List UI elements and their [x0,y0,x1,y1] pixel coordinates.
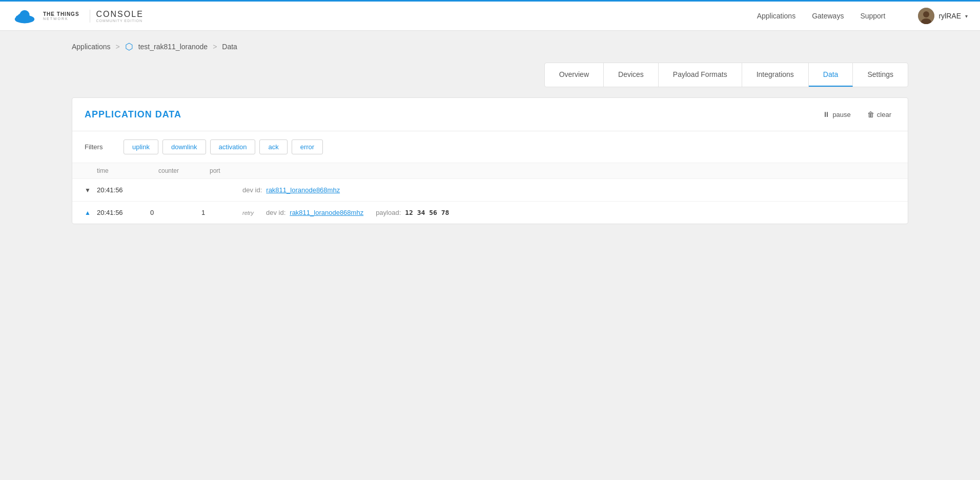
filter-downlink[interactable]: downlink [162,139,206,154]
clear-label: clear [877,111,891,118]
pause-icon: ⏸ [823,110,830,118]
breadcrumb-sep-2: > [213,43,217,51]
breadcrumb-applications[interactable]: Applications [72,43,111,51]
table-header: time counter port [72,163,908,178]
filters-row: Filters uplink downlink activation ack e… [72,131,908,163]
nav-support[interactable]: Support [860,12,885,20]
card-title: APPLICATION DATA [85,109,181,120]
col-header-counter: counter [158,167,210,174]
tab-bar: Overview Devices Payload Formats Integra… [0,63,980,87]
breadcrumb-current: Data [222,43,237,51]
tab-integrations[interactable]: Integrations [742,63,809,87]
nav-gateways[interactable]: Gateways [812,12,844,20]
table-row[interactable]: ▼ 20:41:56 dev id: rak811_loranode868mhz [72,178,908,201]
card-actions: ⏸ pause 🗑 clear [819,108,895,121]
chevron-down-icon: ▾ [965,13,968,19]
filter-tags: uplink downlink activation ack error [124,139,323,154]
tab-bar-inner: Overview Devices Payload Formats Integra… [544,63,908,87]
svg-point-4 [15,15,22,22]
username-label: rylRAE [938,12,961,20]
row-time-1: 20:41:56 [97,186,150,194]
trash-icon: 🗑 [867,110,874,118]
main-content: APPLICATION DATA ⏸ pause 🗑 clear Filters… [0,87,980,234]
filter-uplink[interactable]: uplink [124,139,158,154]
logo-icon [12,8,37,24]
tab-devices[interactable]: Devices [604,63,659,87]
breadcrumb: Applications > ⬡ test_rak811_loranode > … [0,31,980,63]
application-data-card: APPLICATION DATA ⏸ pause 🗑 clear Filters… [72,97,908,224]
data-table: ▼ 20:41:56 dev id: rak811_loranode868mhz… [72,178,908,224]
clear-button[interactable]: 🗑 clear [863,108,895,121]
avatar-image [918,8,934,24]
filter-error[interactable]: error [292,139,323,154]
tab-data[interactable]: Data [809,63,853,87]
svg-point-6 [923,11,929,17]
breadcrumb-sep-1: > [116,43,120,51]
row-devid-label-1: dev id: [242,186,262,194]
brand-edition: COMMUNITY EDITION [96,19,144,23]
tab-overview[interactable]: Overview [545,63,604,87]
row-payload-value-2: 12 34 56 78 [405,209,449,216]
logo-area: THE THINGS NETWORK CONSOLE COMMUNITY EDI… [12,8,757,24]
table-row[interactable]: ▲ 20:41:56 0 1 retry dev id: rak811_lora… [72,201,908,224]
tab-settings[interactable]: Settings [853,63,908,87]
row-devid-link-2[interactable]: rak811_loranode868mhz [290,209,363,216]
avatar [918,8,934,24]
col-header-port: port [210,167,251,174]
arrow-up-icon: ▲ [85,209,93,216]
row-port-2: 1 [201,209,242,216]
pause-label: pause [832,111,850,118]
user-menu[interactable]: rylRAE ▾ [918,8,968,24]
tab-payload-formats[interactable]: Payload Formats [659,63,742,87]
filter-ack[interactable]: ack [259,139,287,154]
col-header-time: time [97,167,158,174]
filters-label: Filters [85,143,115,151]
filter-activation[interactable]: activation [210,139,256,154]
row-payload-label-2: payload: [376,209,401,216]
pause-button[interactable]: ⏸ pause [819,108,854,121]
brand-console: CONSOLE [96,10,144,19]
row-info-2: retry dev id: rak811_loranode868mhz payl… [242,209,895,216]
card-header: APPLICATION DATA ⏸ pause 🗑 clear [72,98,908,131]
breadcrumb-app-name[interactable]: test_rak811_loranode [138,43,208,51]
arrow-down-icon: ▼ [85,187,93,194]
app-icon: ⬡ [125,41,133,52]
nav-applications[interactable]: Applications [757,12,796,20]
brand-ttn: THE THINGS [43,11,79,17]
col-header-info [251,167,895,174]
top-nav: THE THINGS NETWORK CONSOLE COMMUNITY EDI… [0,0,980,31]
row-time-2: 20:41:56 [97,209,150,216]
row-counter-2: 0 [150,209,201,216]
row-info-1: dev id: rak811_loranode868mhz [242,186,895,194]
row-devid-link-1[interactable]: rak811_loranode868mhz [266,186,340,194]
brand-network: NETWORK [43,17,79,21]
row-devid-label-2: dev id: [266,209,285,216]
row-tag-2: retry [242,210,254,216]
nav-links: Applications Gateways Support rylRAE ▾ [757,8,968,24]
